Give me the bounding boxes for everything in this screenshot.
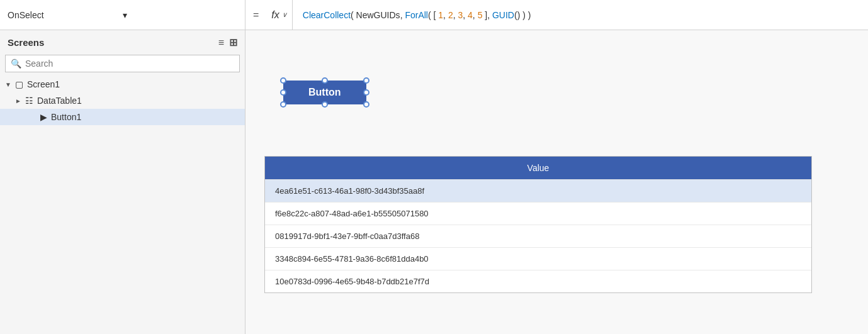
handle-top-right[interactable]: [363, 77, 369, 84]
table-icon: ☷: [25, 96, 33, 106]
formula-dropdown[interactable]: OnSelect ▾: [0, 0, 245, 30]
canvas-area[interactable]: Button Value 4ea61e51-c613-46a1-98f0-3d4…: [245, 30, 868, 334]
handle-top-left[interactable]: [280, 77, 286, 84]
handle-bottom-center[interactable]: [322, 101, 328, 108]
search-icon: 🔍: [11, 58, 21, 69]
handle-bottom-left[interactable]: [280, 101, 286, 108]
handle-middle-right[interactable]: [363, 89, 369, 96]
button-widget-container: Button: [283, 81, 366, 104]
table-row[interactable]: 0819917d-9bf1-43e7-9bff-c0aa7d3ffa68: [265, 225, 811, 247]
screen1-chevron: ▼: [5, 81, 13, 88]
data-table: Value 4ea61e51-c613-46a1-98f0-3d43bf35aa…: [264, 156, 812, 293]
button-widget: Button: [283, 81, 366, 104]
screen1-label: Screen1: [27, 79, 60, 89]
data-table-header: Value: [265, 157, 811, 179]
sidebar-item-screen1[interactable]: ▼ ▢ Screen1: [0, 76, 245, 92]
main-layout: Screens ≡ ⊞ 🔍 ▼ ▢ Screen1 ► ☷ DataTable1…: [0, 30, 868, 334]
formula-fx-button[interactable]: fx ∨: [266, 0, 292, 30]
grid-view-icon[interactable]: ⊞: [229, 36, 237, 48]
sidebar-header-icons: ≡ ⊞: [218, 36, 237, 48]
formula-forall: ForAll: [405, 10, 428, 20]
sidebar-header: Screens ≡ ⊞: [0, 30, 245, 55]
sidebar: Screens ≡ ⊞ 🔍 ▼ ▢ Screen1 ► ☷ DataTable1…: [0, 30, 245, 334]
formula-expression[interactable]: ClearCollect( NewGUIDs, ForAll( [ 1, 2, …: [293, 10, 868, 20]
table-row[interactable]: 4ea61e51-c613-46a1-98f0-3d43bf35aa8f: [265, 179, 811, 202]
table-row[interactable]: f6e8c22c-a807-48ad-a6e1-b55505071580: [265, 202, 811, 225]
fx-chevron: ∨: [282, 11, 287, 19]
search-box[interactable]: 🔍: [5, 55, 240, 72]
formula-dropdown-chevron: ▾: [123, 10, 238, 20]
handle-top-center[interactable]: [322, 77, 328, 84]
handle-middle-left[interactable]: [280, 89, 286, 96]
button-icon: ▶: [40, 112, 47, 122]
button1-label: Button1: [51, 112, 81, 122]
table-row[interactable]: 3348c894-6e55-4781-9a36-8c6f81dda4b0: [265, 247, 811, 270]
list-view-icon[interactable]: ≡: [218, 37, 224, 48]
datatable1-chevron: ►: [15, 97, 23, 104]
formula-clearcollect: ClearCollect: [303, 10, 351, 20]
formula-guid: GUID: [492, 10, 514, 20]
fx-label: fx: [271, 9, 279, 21]
handle-bottom-right[interactable]: [363, 101, 369, 108]
sidebar-title: Screens: [8, 37, 44, 48]
table-row[interactable]: 10e0783d-0996-4e65-9b48-b7ddb21e7f7d: [265, 270, 811, 292]
search-input[interactable]: [25, 58, 234, 69]
formula-dropdown-label: OnSelect: [8, 10, 123, 20]
formula-equals-sign: =: [245, 9, 266, 21]
screen-icon: ▢: [15, 79, 23, 89]
sidebar-item-datatable1[interactable]: ► ☷ DataTable1: [0, 92, 245, 109]
formula-param-newguids: NewGUIDs: [356, 10, 400, 20]
sidebar-item-button1[interactable]: ▶ Button1: [0, 109, 245, 125]
formula-bar: OnSelect ▾ = fx ∨ ClearCollect( NewGUIDs…: [0, 0, 868, 30]
datatable1-label: DataTable1: [37, 96, 82, 106]
